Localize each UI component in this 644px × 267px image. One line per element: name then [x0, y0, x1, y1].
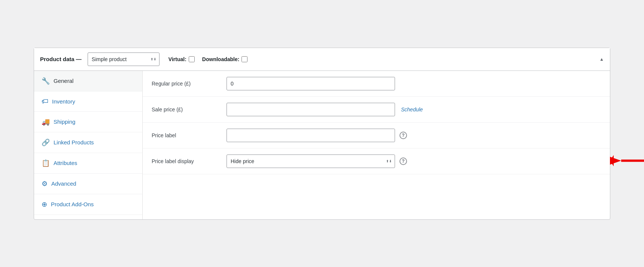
virtual-label[interactable]: Virtual:	[168, 56, 195, 62]
virtual-downloadable-group: Virtual: Downloadable:	[168, 56, 248, 62]
link-icon: 🔗	[42, 138, 50, 147]
price-label-display-help-icon[interactable]: ?	[400, 158, 407, 165]
collapse-icon[interactable]: ▲	[599, 57, 604, 62]
svg-marker-2	[610, 155, 614, 166]
sale-price-input[interactable]	[227, 103, 395, 116]
tag-icon: 🏷	[42, 98, 48, 105]
sidebar-item-inventory[interactable]: 🏷 Inventory	[34, 92, 142, 112]
sidebar: 🔧 General 🏷 Inventory 🚚 Shipping 🔗 Linke…	[34, 71, 143, 219]
sidebar-label-inventory: Inventory	[52, 98, 75, 105]
price-label-display-select-wrapper[interactable]: Hide price Show price Show range	[227, 154, 395, 168]
sidebar-label-shipping: Shipping	[54, 118, 75, 125]
price-label-display-wrapper[interactable]: Hide price Show price Show range	[227, 154, 395, 168]
truck-icon: 🚚	[42, 118, 50, 126]
sale-price-row: Sale price (£) Schedule	[143, 97, 610, 123]
sidebar-item-general[interactable]: 🔧 General	[34, 71, 142, 92]
sidebar-label-general: General	[54, 78, 73, 84]
sidebar-label-attributes: Attributes	[54, 160, 77, 166]
panel-title: Product data —	[40, 56, 82, 62]
sidebar-item-product-add-ons[interactable]: ⊕ Product Add-Ons	[34, 194, 142, 215]
plus-circle-icon: ⊕	[42, 200, 47, 208]
product-type-wrapper[interactable]: Simple product Grouped product External/…	[88, 52, 160, 66]
sidebar-label-product-add-ons: Product Add-Ons	[51, 201, 94, 207]
main-content: Regular price (£) Sale price (£) Schedul…	[143, 71, 610, 219]
price-label-row: Price label ?	[143, 123, 610, 148]
regular-price-row: Regular price (£)	[143, 71, 610, 97]
sidebar-label-linked-products: Linked Products	[54, 139, 94, 146]
sidebar-item-attributes[interactable]: 📋 Attributes	[34, 153, 142, 174]
regular-price-input[interactable]	[227, 77, 395, 90]
product-type-select[interactable]: Simple product Grouped product External/…	[88, 52, 160, 66]
list-icon: 📋	[42, 159, 50, 167]
regular-price-label: Regular price (£)	[152, 81, 227, 87]
panel-header: Product data — Simple product Grouped pr…	[34, 48, 610, 71]
regular-price-input-wrapper	[227, 77, 395, 90]
gear-icon: ⚙	[42, 180, 48, 188]
red-arrow-svg	[610, 146, 644, 176]
sale-price-input-wrapper	[227, 103, 395, 116]
sidebar-item-linked-products[interactable]: 🔗 Linked Products	[34, 132, 142, 153]
price-label-display-label: Price label display	[152, 158, 227, 164]
price-label-label: Price label	[152, 132, 227, 138]
schedule-link[interactable]: Schedule	[401, 106, 423, 112]
sidebar-item-shipping[interactable]: 🚚 Shipping	[34, 112, 142, 132]
sidebar-item-advanced[interactable]: ⚙ Advanced	[34, 174, 142, 194]
sale-price-label: Sale price (£)	[152, 106, 227, 112]
downloadable-label[interactable]: Downloadable:	[202, 56, 248, 62]
price-label-display-row: Price label display Hide price Show pric…	[143, 148, 610, 174]
sidebar-label-advanced: Advanced	[51, 180, 76, 187]
panel-body: 🔧 General 🏷 Inventory 🚚 Shipping 🔗 Linke…	[34, 71, 610, 219]
virtual-checkbox[interactable]	[189, 56, 195, 62]
price-label-input[interactable]	[227, 129, 395, 142]
downloadable-checkbox[interactable]	[242, 56, 247, 62]
wrench-icon: 🔧	[42, 77, 50, 85]
price-label-input-wrapper	[227, 129, 395, 142]
red-arrow-annotation	[610, 146, 644, 177]
price-label-help-icon[interactable]: ?	[400, 132, 407, 139]
empty-area	[143, 174, 610, 219]
price-label-display-select[interactable]: Hide price Show price Show range	[227, 154, 395, 168]
product-data-panel: Product data — Simple product Grouped pr…	[34, 48, 610, 220]
